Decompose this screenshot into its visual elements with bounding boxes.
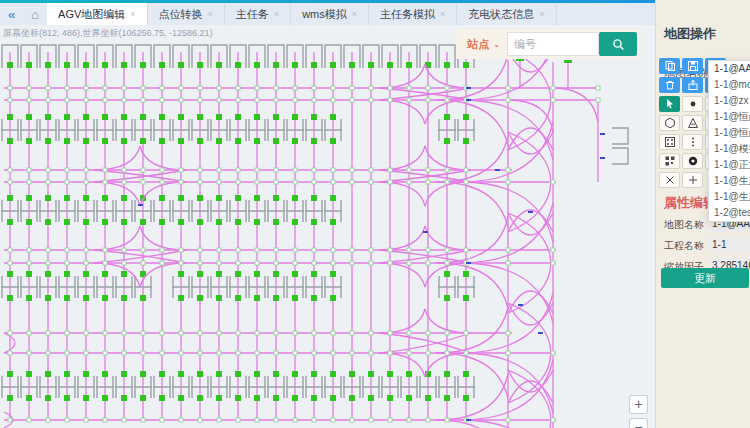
draw-label-button[interactable] <box>682 115 703 131</box>
tab-label: 主任务模拟 <box>380 7 435 22</box>
search-button[interactable] <box>599 32 637 56</box>
matrix-button[interactable] <box>659 153 680 169</box>
collapse-tabs-icon[interactable]: « <box>0 3 23 25</box>
search-type-dropdown[interactable]: 站点 ⌄ <box>460 37 507 52</box>
draw-polygon-button[interactable] <box>659 115 680 131</box>
map-list-item-5[interactable]: 1-1@模拟 <box>709 141 750 157</box>
save-button[interactable] <box>682 58 703 74</box>
close-tab-icon[interactable]: × <box>274 9 279 19</box>
cut-button[interactable] <box>659 172 680 188</box>
copy-file-icon <box>664 60 676 72</box>
draw-polygon-icon <box>664 117 676 129</box>
station-id-input[interactable] <box>507 32 599 56</box>
matrix-icon <box>664 155 676 167</box>
cursor-coordinates-readout: 屏幕坐标(812, 486),世界坐标(106256.75, -12586.21… <box>3 27 213 40</box>
record-button[interactable] <box>682 153 703 169</box>
prop-label: 工程名称 <box>664 239 704 253</box>
draw-point-button[interactable] <box>682 96 703 112</box>
station-search-bar: 站点 ⌄ <box>456 29 641 59</box>
map-list-item-6[interactable]: 1-1@正大合 <box>709 157 750 173</box>
prop-label: 地图名称 <box>664 218 704 232</box>
trash-icon <box>664 79 676 91</box>
tab-1[interactable]: AGV地图编辑× <box>47 3 148 25</box>
chevron-down-icon: ⌄ <box>493 40 500 49</box>
draw-point-icon <box>687 98 699 110</box>
tab-2[interactable]: 点位转换× <box>148 3 225 25</box>
prop-row-2: 工程名称1-1 <box>664 237 750 253</box>
tab-label: 充电状态信息 <box>468 7 534 22</box>
copy-file-button[interactable] <box>659 58 680 74</box>
update-button[interactable]: 更新 <box>661 268 749 288</box>
add-button[interactable] <box>682 172 703 188</box>
tab-3[interactable]: 主任务× <box>225 3 291 25</box>
record-icon <box>687 155 699 167</box>
close-tab-icon[interactable]: × <box>539 9 544 19</box>
map-list-item-7[interactable]: 1-1@生产 <box>709 173 750 189</box>
select-cursor-button[interactable] <box>659 96 680 112</box>
agv-map-editor-app: « ⌂ AGV地图编辑×点位转换×主任务×wms模拟×主任务模拟×充电状态信息×… <box>0 0 750 428</box>
add-icon <box>687 174 699 186</box>
tab-label: AGV地图编辑 <box>58 7 125 22</box>
close-tab-icon[interactable]: × <box>208 9 213 19</box>
close-tab-icon[interactable]: × <box>352 9 357 19</box>
save-icon <box>687 60 699 72</box>
tabs: AGV地图编辑×点位转换×主任务×wms模拟×主任务模拟×充电状态信息× <box>47 3 556 25</box>
map-canvas-area[interactable]: 屏幕坐标(812, 486),世界坐标(106256.75, -12586.21… <box>0 25 655 428</box>
tab-4[interactable]: wms模拟× <box>291 3 369 25</box>
more-dots-button[interactable] <box>682 134 703 150</box>
tab-6[interactable]: 充电状态信息× <box>457 3 556 25</box>
search-type-label: 站点 <box>467 37 489 52</box>
export-button[interactable] <box>682 77 703 93</box>
cut-icon <box>664 174 676 186</box>
map-operations-sidebar: 地图操作 地图名称 1-1@AA1651-1@moni1-1@zx1-1@恒尚1… <box>655 0 750 428</box>
map-list-item-9[interactable]: 1-2@test <box>709 205 750 221</box>
map-list-item-4[interactable]: 1-1@恒尚测 <box>709 125 750 141</box>
close-tab-icon[interactable]: × <box>130 9 135 19</box>
grid-dots-button[interactable] <box>659 134 680 150</box>
more-dots-icon <box>687 136 699 148</box>
map-operations-title: 地图操作 <box>664 25 716 43</box>
draw-label-icon <box>687 117 699 129</box>
close-tab-icon[interactable]: × <box>440 9 445 19</box>
trash-button[interactable] <box>659 77 680 93</box>
tab-bar: « ⌂ AGV地图编辑×点位转换×主任务×wms模拟×主任务模拟×充电状态信息×… <box>0 3 750 26</box>
map-name-dropdown-list: 1-1@AA1651-1@moni1-1@zx1-1@恒尚1-1@恒尚测1-1@… <box>708 60 750 222</box>
map-list-item-3[interactable]: 1-1@恒尚 <box>709 109 750 125</box>
select-cursor-icon <box>664 98 676 110</box>
zoom-in-button[interactable]: + <box>629 395 648 414</box>
home-icon[interactable]: ⌂ <box>23 3 47 25</box>
export-icon <box>687 79 699 91</box>
prop-value-input[interactable]: 1-1 <box>708 237 750 253</box>
grid-dots-icon <box>664 136 676 148</box>
tab-label: wms模拟 <box>302 7 347 22</box>
map-list-item-1[interactable]: 1-1@moni <box>709 77 750 93</box>
map-list-item-2[interactable]: 1-1@zx <box>709 93 750 109</box>
tab-label: 点位转换 <box>159 7 203 22</box>
map-list-item-8[interactable]: 1-1@生产副 <box>709 189 750 205</box>
search-icon <box>612 38 625 51</box>
tab-label: 主任务 <box>236 7 269 22</box>
tab-5[interactable]: 主任务模拟× <box>369 3 457 25</box>
map-canvas-svg[interactable] <box>0 25 655 428</box>
map-select-value[interactable]: 1-1@AA165 <box>709 61 750 77</box>
zoom-out-button[interactable]: − <box>629 418 648 428</box>
